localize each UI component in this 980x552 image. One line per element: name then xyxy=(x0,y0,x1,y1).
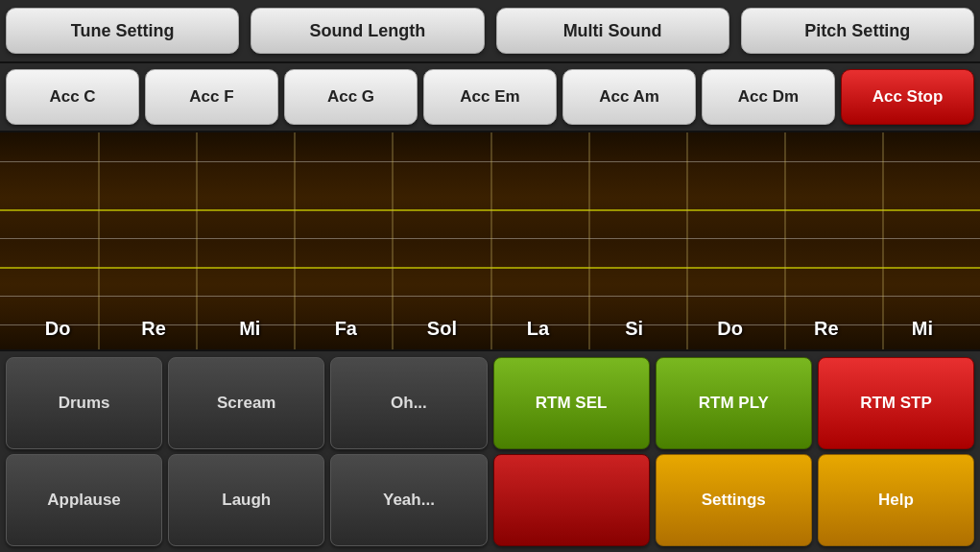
acc-stop-button[interactable]: Acc Stop xyxy=(841,69,974,125)
multi-sound-button[interactable]: Multi Sound xyxy=(496,8,729,54)
bottom-row-2: ApplauseLaughYeah...SettingsHelp xyxy=(6,454,974,546)
bottom-section: DrumsScreamOh...RTM SELRTM PLYRTM STP Ap… xyxy=(0,351,980,552)
acc-bar: Acc CAcc FAcc GAcc EmAcc AmAcc DmAcc Sto… xyxy=(0,63,980,131)
rtm-ply-btn[interactable]: RTM PLY xyxy=(656,357,812,449)
help-btn[interactable]: Help xyxy=(818,454,974,546)
oh-btn[interactable]: Oh... xyxy=(330,357,487,449)
fret-notes: DoReMiFaSolLaSiDoReMi xyxy=(0,318,980,340)
fret-note-do[interactable]: Do xyxy=(702,318,759,340)
acc-em-button[interactable]: Acc Em xyxy=(423,69,557,125)
fret-note-sol[interactable]: Sol xyxy=(413,318,470,340)
pitch-setting-button[interactable]: Pitch Setting xyxy=(741,8,974,54)
acc-f-button[interactable]: Acc F xyxy=(145,69,278,125)
sound-length-button[interactable]: Sound Length xyxy=(251,8,484,54)
top-bar: Tune SettingSound LengthMulti SoundPitch… xyxy=(0,0,980,63)
bottom-row-1: DrumsScreamOh...RTM SELRTM PLYRTM STP xyxy=(6,357,974,449)
empty-red-btn xyxy=(493,454,650,546)
yeah-btn[interactable]: Yeah... xyxy=(330,454,487,546)
rtm-stp-btn[interactable]: RTM STP xyxy=(818,357,974,449)
fret-note-do[interactable]: Do xyxy=(29,318,86,340)
drums-btn[interactable]: Drums xyxy=(6,357,162,449)
fretboard[interactable]: DoReMiFaSolLaSiDoReMi xyxy=(0,131,980,351)
rtm-sel-btn[interactable]: RTM SEL xyxy=(493,357,650,449)
fret-note-re[interactable]: Re xyxy=(798,318,855,340)
fret-note-la[interactable]: La xyxy=(510,318,567,340)
fret-note-mi[interactable]: Mi xyxy=(894,318,951,340)
laugh-btn[interactable]: Laugh xyxy=(168,454,324,546)
fret-note-fa[interactable]: Fa xyxy=(317,318,374,340)
settings-btn[interactable]: Settings xyxy=(656,454,812,546)
scream-btn[interactable]: Scream xyxy=(168,357,324,449)
fret-note-re[interactable]: Re xyxy=(125,318,182,340)
fret-note-mi[interactable]: Mi xyxy=(221,318,278,340)
acc-c-button[interactable]: Acc C xyxy=(6,69,139,125)
acc-g-button[interactable]: Acc G xyxy=(284,69,418,125)
acc-am-button[interactable]: Acc Am xyxy=(562,69,696,125)
acc-dm-button[interactable]: Acc Dm xyxy=(702,69,835,125)
fret-note-si[interactable]: Si xyxy=(606,318,663,340)
tune-setting-button[interactable]: Tune Setting xyxy=(6,8,239,54)
applause-btn[interactable]: Applause xyxy=(6,454,162,546)
